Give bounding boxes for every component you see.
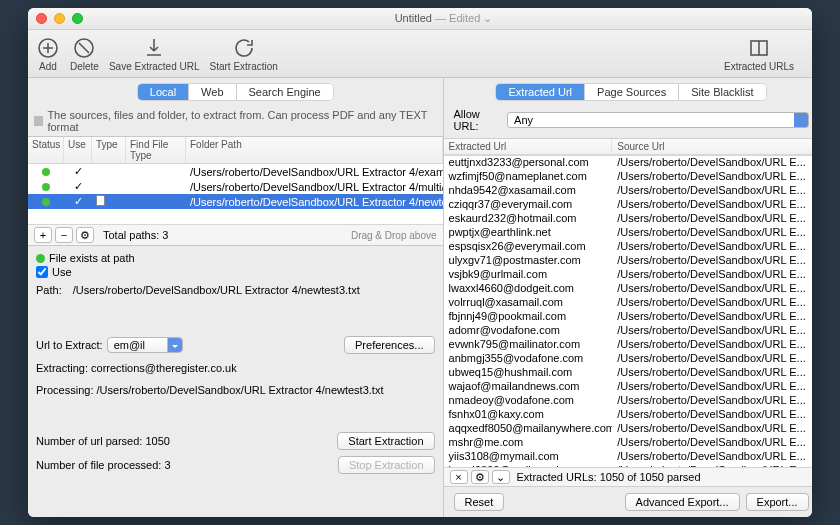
zoom-icon[interactable] (72, 13, 83, 24)
toolbar: Add Delete Save Extracted URL Start Extr… (28, 30, 812, 78)
hint-icon (34, 116, 43, 126)
window-title: Untitled — Edited ⌄ (83, 12, 804, 25)
src-col-type[interactable]: Type (92, 137, 126, 163)
source-tab-search-engine[interactable]: Search Engine (236, 84, 333, 100)
drag-drop-hint: Drag & Drop above (351, 230, 437, 241)
source-row[interactable]: ✓/Users/roberto/DevelSandbox/URL Extract… (28, 194, 443, 209)
source-tabs: LocalWebSearch Engine (138, 84, 333, 100)
right-tab-extracted-url[interactable]: Extracted Url (496, 84, 584, 100)
extracted-urls-button[interactable]: Extracted URLs (724, 36, 794, 72)
url-row[interactable]: espsqisx26@everymail.com/Users/roberto/D… (444, 240, 812, 254)
right-tabs: Extracted UrlPage SourcesSite Blacklist (496, 84, 765, 100)
add-source-button[interactable]: + (34, 227, 52, 243)
use-checkbox[interactable] (36, 266, 48, 278)
url-row[interactable]: nhda9542@xasamail.com/Users/roberto/Deve… (444, 184, 812, 198)
parsed-count-label: Number of url parsed: 1050 (36, 435, 170, 447)
minimize-icon[interactable] (54, 13, 65, 24)
right-pane: Extracted UrlPage SourcesSite Blacklist … (444, 78, 812, 517)
allow-url-select[interactable]: Any (507, 112, 808, 128)
url-row[interactable]: nmadeoy@vodafone.com/Users/roberto/Devel… (444, 394, 812, 408)
url-down-button[interactable]: ⌄ (492, 470, 510, 484)
url-gear-button[interactable]: ⚙︎ (471, 470, 489, 484)
left-pane: LocalWebSearch Engine The sources, files… (28, 78, 444, 517)
reset-button[interactable]: Reset (454, 493, 505, 511)
url-col-source-url[interactable]: Source Url (612, 139, 812, 155)
file-exists-label: File exists at path (49, 252, 135, 264)
url-row[interactable]: volrruql@xasamail.com/Users/roberto/Deve… (444, 296, 812, 310)
url-row[interactable]: wzfimjf50@nameplanet.com/Users/roberto/D… (444, 170, 812, 184)
url-kind-combo[interactable]: em@il (107, 337, 183, 353)
url-row[interactable]: yiis3108@mymail.com/Users/roberto/DevelS… (444, 450, 812, 464)
app-window: Untitled — Edited ⌄ Add Delete Save Extr… (28, 8, 812, 517)
path-label: Path: (36, 284, 62, 296)
total-paths-label: Total paths: 3 (103, 229, 168, 241)
url-row[interactable]: fbjnnj49@pookmail.com/Users/roberto/Deve… (444, 310, 812, 324)
extracted-body[interactable]: euttjnxd3233@personal.com/Users/roberto/… (444, 156, 812, 467)
src-col-folder-path[interactable]: Folder Path (186, 137, 443, 163)
extracted-table: Extracted UrlSource Url euttjnxd3233@per… (444, 138, 812, 487)
url-row[interactable]: pwptjx@earthlink.net/Users/roberto/Devel… (444, 226, 812, 240)
url-to-extract-label: Url to Extract: (36, 339, 103, 351)
source-action-button[interactable]: ⚙︎ (76, 227, 94, 243)
url-row[interactable]: fsnhx01@kaxy.com/Users/roberto/DevelSand… (444, 408, 812, 422)
titlebar[interactable]: Untitled — Edited ⌄ (28, 8, 812, 30)
url-row[interactable]: aqqxedf8050@mailanywhere.com/Users/rober… (444, 422, 812, 436)
hint-row: The sources, files and folder, to extrac… (28, 106, 443, 136)
src-col-use[interactable]: Use (64, 137, 92, 163)
export-button[interactable]: Export... (746, 493, 809, 511)
source-row[interactable]: ✓/Users/roberto/DevelSandbox/URL Extract… (28, 179, 443, 194)
processing-label: Processing: /Users/roberto/DevelSandbox/… (36, 384, 383, 396)
right-tab-page-sources[interactable]: Page Sources (584, 84, 678, 100)
save-extracted-button[interactable]: Save Extracted URL (109, 36, 200, 72)
src-col-status[interactable]: Status (28, 137, 64, 163)
src-col-find-file-type[interactable]: Find File Type (126, 137, 186, 163)
source-tab-local[interactable]: Local (138, 84, 188, 100)
url-row[interactable]: mshr@me.com/Users/roberto/DevelSandbox/U… (444, 436, 812, 450)
url-row[interactable]: eskaurd232@hotmail.com/Users/roberto/Dev… (444, 212, 812, 226)
close-icon[interactable] (36, 13, 47, 24)
advanced-export-button[interactable]: Advanced Export... (625, 493, 740, 511)
file-count-label: Number of file processed: 3 (36, 459, 171, 471)
allow-url-label: Allow URL: (454, 108, 500, 132)
url-row[interactable]: vsjbk9@urlmail.com/Users/roberto/DevelSa… (444, 268, 812, 282)
hint-text: The sources, files and folder, to extrac… (47, 109, 436, 133)
path-value: /Users/roberto/DevelSandbox/URL Extracto… (73, 284, 360, 296)
file-exists-icon (36, 254, 45, 263)
add-button[interactable]: Add (36, 36, 60, 72)
remove-source-button[interactable]: − (55, 227, 73, 243)
url-row[interactable]: cziqqr37@everymail.com/Users/roberto/Dev… (444, 198, 812, 212)
url-row[interactable]: lwaxxl4660@dodgeit.com/Users/roberto/Dev… (444, 282, 812, 296)
start-extraction-button[interactable]: Start Extraction (210, 36, 278, 72)
url-row[interactable]: anbmgj355@vodafone.com/Users/roberto/Dev… (444, 352, 812, 366)
source-row[interactable]: ✓/Users/roberto/DevelSandbox/URL Extract… (28, 164, 443, 179)
sources-footer: + − ⚙︎ Total paths: 3 Drag & Drop above (28, 224, 443, 245)
url-status-label: Extracted URLs: 1050 of 1050 parsed (517, 471, 701, 483)
stop-extraction-button[interactable]: Stop Extraction (338, 456, 435, 474)
right-tab-site-blacklist[interactable]: Site Blacklist (678, 84, 765, 100)
preferences-button[interactable]: Preferences... (344, 336, 434, 354)
url-row[interactable]: wajaof@mailandnews.com/Users/roberto/Dev… (444, 380, 812, 394)
extracting-label: Extracting: corrections@theregister.co.u… (36, 362, 237, 374)
start-extraction-btn2[interactable]: Start Extraction (337, 432, 434, 450)
url-col-extracted-url[interactable]: Extracted Url (444, 139, 613, 155)
url-row[interactable]: evwnk795@mailinator.com/Users/roberto/De… (444, 338, 812, 352)
source-tab-web[interactable]: Web (188, 84, 235, 100)
sources-table: StatusUseTypeFind File TypeFolder Path ✓… (28, 136, 443, 246)
url-row[interactable]: ubweq15@hushmail.com/Users/roberto/Devel… (444, 366, 812, 380)
use-label: Use (52, 266, 72, 278)
url-row[interactable]: adomr@vodafone.com/Users/roberto/DevelSa… (444, 324, 812, 338)
delete-button[interactable]: Delete (70, 36, 99, 72)
url-row[interactable]: euttjnxd3233@personal.com/Users/roberto/… (444, 156, 812, 170)
url-row[interactable]: ulyxgv71@postmaster.com/Users/roberto/De… (444, 254, 812, 268)
url-action1-button[interactable]: × (450, 470, 468, 484)
